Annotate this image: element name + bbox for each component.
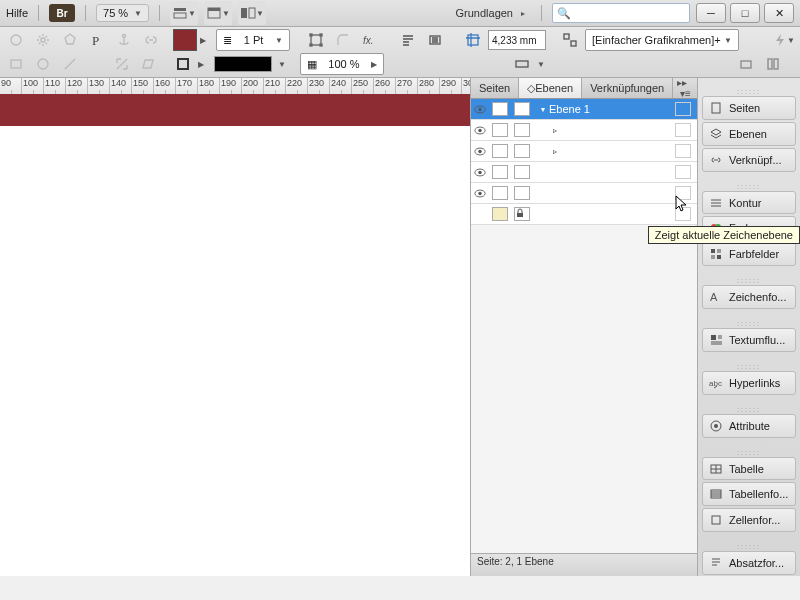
shear-icon[interactable] (137, 53, 161, 75)
svg-rect-0 (174, 8, 186, 11)
layer-target[interactable] (675, 102, 691, 116)
stroke-style-dropdown[interactable] (214, 56, 272, 72)
screen-mode-icon[interactable]: ▼ (204, 1, 232, 25)
transform-icon[interactable] (304, 29, 328, 51)
svg-rect-24 (741, 61, 751, 68)
document-canvas[interactable] (0, 94, 471, 576)
svg-rect-26 (774, 59, 778, 69)
lock-icon[interactable] (514, 144, 530, 158)
flash-icon[interactable]: ▼ (772, 29, 796, 51)
dock-seiten[interactable]: Seiten (702, 96, 796, 120)
svg-rect-11 (310, 34, 312, 36)
lock-icon[interactable] (514, 207, 530, 221)
dock-tabellenfo[interactable]: Tabellenfo... (702, 482, 796, 506)
lock-icon[interactable] (514, 123, 530, 137)
svg-rect-13 (310, 44, 312, 46)
fx-icon[interactable]: fx. (358, 29, 382, 51)
frame-fitting-icon[interactable] (558, 29, 582, 51)
layer-row[interactable] (471, 204, 699, 225)
rect-icon[interactable] (4, 53, 28, 75)
dock-ebenen[interactable]: Ebenen (702, 122, 796, 146)
maximize-button[interactable]: □ (730, 3, 760, 23)
layer-target[interactable] (675, 123, 691, 137)
view-options-icon[interactable]: ▼ (170, 1, 198, 25)
svg-point-28 (478, 107, 481, 110)
ellipse-icon[interactable] (4, 29, 28, 51)
svg-rect-3 (208, 8, 220, 11)
svg-rect-45 (717, 255, 721, 259)
layer-row[interactable]: ▹ (471, 120, 699, 141)
object-style-dropdown[interactable]: [Einfacher Grafikrahmen]+▼ (585, 29, 739, 51)
svg-rect-47 (711, 335, 716, 340)
dock-textumflu[interactable]: Textumflu... (702, 328, 796, 352)
layer-target[interactable] (675, 144, 691, 158)
panel-dock: :::::: Seiten Ebenen Verknüpf...:::::: K… (697, 78, 800, 576)
type-icon[interactable]: P (85, 29, 109, 51)
close-button[interactable]: ✕ (764, 3, 794, 23)
svg-point-7 (41, 38, 45, 42)
crop-icon[interactable] (461, 29, 485, 51)
visibility-icon[interactable] (471, 168, 489, 177)
dock-kontur[interactable]: Kontur (702, 191, 796, 215)
tab-verknuepfungen[interactable]: Verknüpfungen (582, 78, 673, 98)
panel-collapse-icon[interactable]: ▸▸ ▾≡ (673, 78, 699, 98)
lock-icon[interactable] (514, 186, 530, 200)
anchor-icon[interactable] (112, 29, 136, 51)
svg-point-34 (478, 170, 481, 173)
dock-attribute[interactable]: Attribute (702, 414, 796, 438)
fill-swatch[interactable] (173, 29, 197, 51)
stroke-weight-dropdown[interactable]: ≣1 Pt▼ (216, 29, 290, 51)
visibility-icon[interactable] (471, 126, 489, 135)
opacity-dropdown[interactable]: ▦100 %▶ (300, 53, 384, 75)
arrange-icon[interactable]: ▼ (238, 1, 266, 25)
panel-icon-2[interactable] (761, 53, 785, 75)
svg-rect-17 (468, 35, 478, 45)
text-wrap-icon[interactable] (396, 29, 420, 51)
dock-zeichenfo[interactable]: A Zeichenfo... (702, 285, 796, 309)
workspace-switcher[interactable]: Grundlagen▸ (450, 7, 532, 19)
layer-target[interactable] (675, 165, 691, 179)
polygon-icon[interactable] (58, 29, 82, 51)
layer-row[interactable] (471, 183, 699, 204)
dock-tabelle[interactable]: Tabelle (702, 457, 796, 481)
layer-row[interactable] (471, 162, 699, 183)
line-icon[interactable] (58, 53, 82, 75)
stroke-swatch[interactable] (171, 53, 195, 75)
dock-verknpf[interactable]: Verknüpf... (702, 148, 796, 172)
corner-icon[interactable] (331, 29, 355, 51)
svg-rect-12 (320, 34, 322, 36)
fitting-icon[interactable] (510, 53, 534, 75)
svg-rect-53 (712, 516, 720, 524)
tab-seiten[interactable]: Seiten (471, 78, 519, 98)
menu-bar: Hilfe Br 75 %▼ ▼ ▼ ▼ Grundlagen▸ 🔍 ─ □ ✕ (0, 0, 800, 27)
layer-row[interactable]: ▾Ebene 1 (471, 99, 699, 120)
dock-absatzfor[interactable]: Absatzfor... (702, 551, 796, 575)
align-icon[interactable] (423, 29, 447, 51)
visibility-icon[interactable] (471, 189, 489, 198)
visibility-icon[interactable] (471, 105, 489, 114)
visibility-icon[interactable] (471, 147, 489, 156)
zoom-dropdown[interactable]: 75 %▼ (96, 4, 149, 22)
lock-icon[interactable] (514, 165, 530, 179)
svg-rect-25 (768, 59, 772, 69)
scale-icon[interactable] (110, 53, 134, 75)
svg-text:A: A (710, 291, 718, 303)
minimize-button[interactable]: ─ (696, 3, 726, 23)
layer-thumb (492, 144, 508, 158)
lock-icon[interactable] (514, 102, 530, 116)
sunburst-icon[interactable] (31, 29, 55, 51)
tab-ebenen[interactable]: ◇ Ebenen (519, 78, 582, 98)
measure-field[interactable]: 4,233 mm (488, 30, 546, 50)
search-input[interactable]: 🔍 (552, 3, 690, 23)
dock-hyperlinks[interactable]: abc Hyperlinks (702, 371, 796, 395)
dock-farbfelder[interactable]: Farbfelder (702, 242, 796, 266)
dock-zellenfor[interactable]: Zellenfor... (702, 508, 796, 532)
layer-row[interactable]: ▹ (471, 141, 699, 162)
panel-icon-1[interactable] (734, 53, 758, 75)
svg-rect-23 (516, 61, 528, 67)
link-icon[interactable] (139, 29, 163, 51)
circle-icon[interactable] (31, 53, 55, 75)
bridge-button[interactable]: Br (49, 4, 75, 22)
svg-rect-5 (249, 8, 255, 18)
help-menu[interactable]: Hilfe (6, 7, 28, 19)
